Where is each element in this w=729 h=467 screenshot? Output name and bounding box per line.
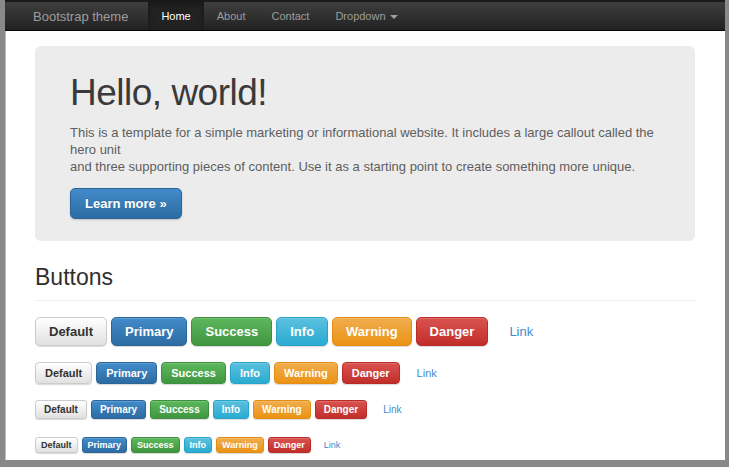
button-row-extra-small: DefaultPrimarySuccessInfoWarningDangerLi…	[35, 435, 695, 453]
nav-item-contact-label: Contact	[271, 10, 309, 22]
navbar-nav: Home About Contact Dropdown	[148, 2, 410, 30]
learn-more-button[interactable]: Learn more »	[70, 188, 182, 219]
btn-small-warning[interactable]: Warning	[253, 400, 311, 419]
nav-item-home-label: Home	[161, 10, 190, 22]
btn-small-danger[interactable]: Danger	[315, 400, 367, 419]
navbar-brand[interactable]: Bootstrap theme	[5, 2, 148, 30]
button-row-small: DefaultPrimarySuccessInfoWarningDangerLi…	[35, 400, 695, 419]
nav-item-dropdown-label: Dropdown	[335, 10, 385, 22]
buttons-section-heading: Buttons	[35, 265, 695, 301]
btn-large-success[interactable]: Success	[191, 317, 272, 346]
nav-item-about-label: About	[217, 10, 246, 22]
caret-down-icon	[390, 15, 398, 19]
button-row-large: DefaultPrimarySuccessInfoWarningDangerLi…	[35, 317, 695, 346]
navbar: Bootstrap theme Home About Contact Dropd…	[5, 0, 725, 31]
btn-xs-default[interactable]: Default	[35, 437, 78, 453]
btn-large-warning[interactable]: Warning	[332, 317, 412, 346]
btn-default-primary[interactable]: Primary	[96, 362, 157, 384]
hero-title: Hello, world!	[70, 72, 660, 115]
btn-default-link[interactable]: Link	[407, 362, 447, 384]
button-row-default: DefaultPrimarySuccessInfoWarningDangerLi…	[35, 362, 695, 384]
btn-small-info[interactable]: Info	[213, 400, 249, 419]
btn-small-primary[interactable]: Primary	[91, 400, 146, 419]
hero-unit: Hello, world! This is a template for a s…	[35, 46, 695, 241]
btn-small-link[interactable]: Link	[374, 400, 410, 419]
btn-default-success[interactable]: Success	[161, 362, 226, 384]
btn-default-warning[interactable]: Warning	[274, 362, 338, 384]
btn-default-danger[interactable]: Danger	[342, 362, 400, 384]
btn-large-default[interactable]: Default	[35, 317, 107, 346]
browser-viewport: Bootstrap theme Home About Contact Dropd…	[5, 0, 725, 460]
hero-text-line-2: and three supporting pieces of content. …	[70, 158, 660, 175]
nav-item-dropdown[interactable]: Dropdown	[322, 2, 410, 30]
btn-small-default[interactable]: Default	[35, 400, 87, 419]
nav-item-home[interactable]: Home	[148, 2, 203, 30]
btn-xs-warning[interactable]: Warning	[216, 437, 264, 453]
btn-default-default[interactable]: Default	[35, 362, 92, 384]
btn-large-primary[interactable]: Primary	[111, 317, 187, 346]
btn-xs-link[interactable]: Link	[318, 437, 347, 453]
hero-text-line-1: This is a template for a simple marketin…	[70, 124, 660, 158]
btn-xs-info[interactable]: Info	[184, 437, 213, 453]
btn-large-danger[interactable]: Danger	[416, 317, 489, 346]
btn-xs-success[interactable]: Success	[131, 437, 180, 453]
nav-item-contact[interactable]: Contact	[258, 2, 322, 30]
page-content: Hello, world! This is a template for a s…	[5, 46, 725, 460]
btn-xs-danger[interactable]: Danger	[268, 437, 311, 453]
btn-large-info[interactable]: Info	[276, 317, 328, 346]
btn-default-info[interactable]: Info	[230, 362, 270, 384]
btn-small-success[interactable]: Success	[150, 400, 209, 419]
nav-item-about[interactable]: About	[204, 2, 259, 30]
btn-xs-primary[interactable]: Primary	[82, 437, 128, 453]
button-rows: DefaultPrimarySuccessInfoWarningDangerLi…	[35, 317, 695, 453]
btn-large-link[interactable]: Link	[495, 317, 547, 346]
